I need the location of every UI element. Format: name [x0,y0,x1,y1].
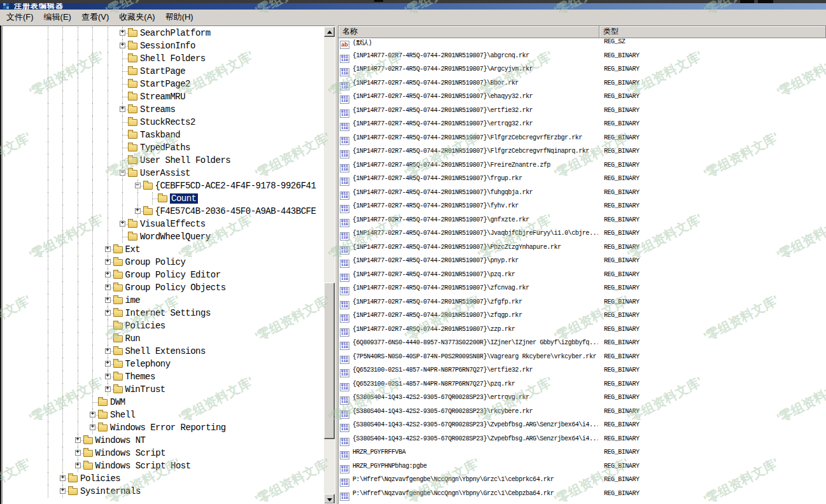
tree-node-label[interactable]: Ext [125,244,141,255]
scrollbar-thumb[interactable] [324,283,335,439]
tree-vertical-scrollbar[interactable] [324,27,335,503]
tree-node-label[interactable]: Group Policy Objects [125,283,226,293]
expand-plus-icon[interactable]: + [120,30,125,36]
expand-plus-icon[interactable]: + [120,221,125,227]
value-row[interactable]: 011 110{1NP14R77-02R7-4R5Q-0744-2R01NR51… [339,107,826,121]
tree-node-label[interactable]: Group Policy Editor [125,270,221,280]
tree-node-label[interactable]: SearchPlatform [140,28,211,38]
tree-node-label[interactable]: Telephony [125,359,171,369]
value-row[interactable]: 011 110{1NP14R77-02R7-4R5Q-0744-2R01NR51… [339,66,826,80]
tree-node-label[interactable]: Internet Settings [125,308,211,318]
expand-plus-icon[interactable]: + [105,259,111,265]
expand-plus-icon[interactable]: + [60,488,66,494]
tree-node-label[interactable]: Windows NT [95,435,146,445]
tree-node-label[interactable]: Shell [110,410,136,420]
value-row[interactable]: 011 110{Q6523100-02S1-4857-N4PR-N8R7P6RN… [339,367,826,381]
value-row[interactable]: ab(默认)REG_SZ [339,38,826,52]
value-row[interactable]: 011 110{S380S404-1Q43-42S2-9305-67QR0028… [339,408,826,422]
value-row[interactable]: 011 110{1NP14R77-02R7-4R5Q-0744-2R01NR51… [339,312,826,326]
value-row[interactable]: 011 110{1NP14R77-02R7-4R5Q-0744-2R01NR51… [339,244,826,258]
expand-plus-icon[interactable]: + [105,246,111,252]
scroll-down-button[interactable] [324,494,335,504]
tree-node-label[interactable]: ime [125,295,141,305]
expand-plus-icon[interactable]: + [105,348,111,354]
value-row[interactable]: 011 110{S380S404-1Q43-42S2-9305-67QR0028… [339,394,826,408]
tree-node-label[interactable]: Group Policy [125,257,186,267]
expand-plus-icon[interactable]: + [60,475,66,481]
menu-item[interactable]: 编辑(E) [39,10,76,25]
tree-node-label[interactable]: WordWheelQuery [140,232,211,242]
expand-plus-icon[interactable]: + [105,374,111,379]
tree-node-label[interactable]: User Shell Folders [140,155,230,165]
tree-node-label[interactable]: UserAssist [140,168,190,178]
value-row[interactable]: 011 110P:\Hfref\Nqzvavfgengbe\NccQngn\Yb… [339,476,826,490]
tree-node-label[interactable]: TypedPaths [140,143,190,153]
value-row[interactable]: 011 110{1NP14R77-02R7-4R5Q-0744-2R01NR51… [339,162,826,176]
tree-node-label[interactable]: Themes [125,372,155,382]
expand-plus-icon[interactable]: + [90,412,95,417]
scroll-up-button[interactable] [324,27,335,37]
tree-node-label[interactable]: Streams [140,104,175,115]
value-row[interactable]: 011 110{6Q809377-6NS0-4440-8957-N3773S02… [339,339,826,353]
tree-node-label[interactable]: Taskband [140,130,180,140]
value-row[interactable]: 011 110P:\Hfref\Nqzvavfgengbe\NccQngn\Yb… [339,490,826,504]
menu-item[interactable]: 文件(F) [1,10,39,25]
collapse-minus-icon[interactable]: − [120,170,125,176]
expand-plus-icon[interactable]: + [90,424,95,430]
value-row[interactable]: 011 110{1NP14R77-02R7-4R5Q-0744-2R01NR51… [339,80,826,94]
expand-plus-icon[interactable]: + [105,284,111,290]
menu-item[interactable]: 收藏夹(A) [114,10,160,25]
value-row[interactable]: 011 110{1NP14R77-02R7-4R5Q-0744-2R01NR51… [339,134,826,148]
tree-node-label[interactable]: Windows Script Host [95,461,191,471]
tree-node-label-selected[interactable]: Count [170,193,198,204]
value-row[interactable]: 011 110{1NP14R77-02R7-4R5Q-0744-2R01NR51… [339,284,826,298]
value-row[interactable]: 011 110{1NP14R77-02R7-4R5Q-0744-2R01NR51… [339,148,826,162]
expand-plus-icon[interactable]: + [75,463,81,468]
value-row[interactable]: 011 110{1NP14R77-02R7-4R5Q-0744-2R01NR51… [339,216,826,230]
tree-node-label[interactable]: Windows Script [95,448,166,458]
tree-node-label[interactable]: Shell Extensions [125,346,206,356]
tree-node-label[interactable]: Sysinternals [80,486,141,496]
value-row[interactable]: 011 110HRZR_PGYPHNPbhag:pgbeREG_BINARY [339,463,826,477]
tree-node-label[interactable]: Shell Folders [140,53,206,64]
expand-plus-icon[interactable]: + [105,297,111,303]
value-row[interactable]: 011 110{1NP14R77-02R7-4R5Q-0744-2R01NR51… [339,326,826,340]
value-row[interactable]: 011 110{S380S404-1Q43-42S2-9305-67QR0028… [339,435,826,449]
value-row[interactable]: 011 110{1NP14R77-02R7-4R5Q-0744-2R01NR51… [339,202,826,216]
tree-node-label[interactable]: Policies [125,321,165,331]
value-row[interactable]: 011 110{1NP14R77-02R7-4R5Q-0744-2R01NR51… [339,189,826,203]
value-row[interactable]: 011 110{1NP14R77-02R7-4R5Q-0744-2R01NR51… [339,175,826,189]
expand-plus-icon[interactable]: + [135,208,141,214]
expand-plus-icon[interactable]: + [105,272,111,277]
expand-plus-icon[interactable]: + [105,386,111,392]
value-row[interactable]: 011 110HRZR_PGYFRFFVBAREG_BINARY [339,449,826,463]
menu-item[interactable]: 帮助(H) [160,10,199,25]
tree-node-label[interactable]: StartPage2 [140,79,190,89]
expand-plus-icon[interactable]: + [120,43,125,48]
value-row[interactable]: 011 110{1NP14R77-02R7-4R5Q-0744-2R01NR51… [339,93,826,107]
expand-plus-icon[interactable]: + [105,310,111,316]
menu-item[interactable]: 查看(V) [76,10,114,25]
tree-node-label[interactable]: Policies [80,473,120,484]
tree-node-label[interactable]: {CEBFF5CD-ACE2-4F4F-9178-9926F41 [155,181,316,191]
column-header-name[interactable]: 名称 [339,26,599,38]
tree-node-label[interactable]: StreamMRU [140,92,185,102]
value-row[interactable]: 011 110{1NP14R77-02R7-4R5Q-0744-2R01NR51… [339,271,826,285]
tree-node-label[interactable]: WinTrust [125,384,165,395]
expand-plus-icon[interactable]: + [105,361,111,367]
value-row[interactable]: 011 110{1NP14R77-02R7-4R5Q-0744-2R01NR51… [339,298,826,312]
expand-plus-icon[interactable]: + [75,450,81,456]
collapse-minus-icon[interactable]: − [135,183,141,188]
tree-node-label[interactable]: DWM [110,397,125,407]
tree-node-label[interactable]: StartPage [140,66,185,76]
value-row[interactable]: 011 110{1NP14R77-02R7-4R5Q-0744-2R01NR51… [339,120,826,134]
value-row[interactable]: 011 110{7P5N40RS-N0S0-40SP-874N-P0S2R009… [339,353,826,367]
value-row[interactable]: 011 110{1NP14R77-02R7-4R5Q-0744-2R01NR51… [339,52,826,66]
expand-plus-icon[interactable]: + [75,437,81,443]
tree-node-label[interactable]: {F4E57C4B-2036-45F0-A9AB-443BCFE [155,206,316,216]
expand-plus-icon[interactable]: + [120,106,125,112]
tree-node-label[interactable]: Windows Error Reporting [110,423,226,433]
tree-node-label[interactable]: StuckRects2 [140,117,195,127]
tree-node-label[interactable]: Run [125,333,141,344]
column-header-type[interactable]: 类型 [599,26,826,38]
